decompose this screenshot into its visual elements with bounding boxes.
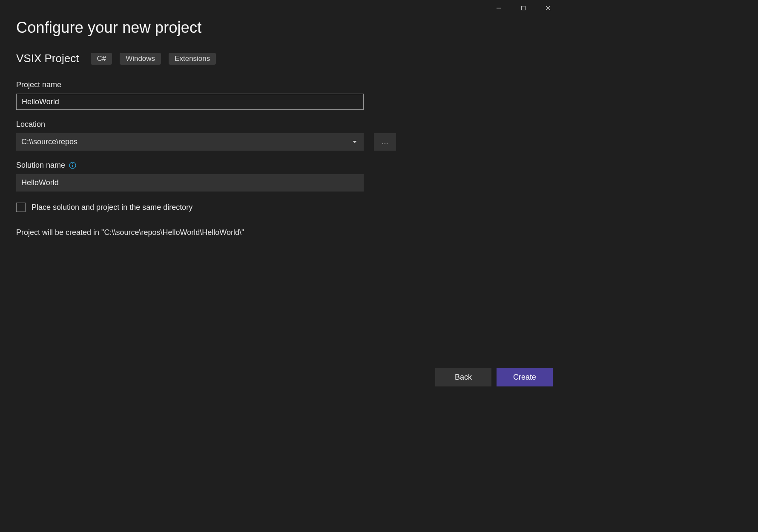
- titlebar: [0, 0, 560, 17]
- create-button[interactable]: Create: [497, 368, 553, 386]
- info-icon[interactable]: [69, 162, 76, 169]
- chevron-down-icon: [353, 141, 357, 143]
- location-group: Location C:\\source\repos ...: [16, 120, 544, 151]
- close-button[interactable]: [536, 0, 560, 16]
- template-tag: C#: [91, 53, 112, 65]
- project-path-summary: Project will be created in "C:\\source\r…: [16, 228, 544, 237]
- solution-name-input[interactable]: [16, 174, 364, 192]
- maximize-button[interactable]: [511, 0, 536, 16]
- browse-button[interactable]: ...: [374, 133, 396, 151]
- solution-name-label-text: Solution name: [16, 161, 65, 170]
- same-directory-checkbox[interactable]: [16, 203, 26, 212]
- back-button[interactable]: Back: [435, 368, 491, 386]
- dialog-window: Configure your new project VSIX Project …: [0, 0, 560, 392]
- template-name: VSIX Project: [16, 52, 79, 65]
- content-area: Configure your new project VSIX Project …: [0, 17, 560, 392]
- project-name-label: Project name: [16, 80, 544, 89]
- location-dropdown[interactable]: C:\\source\repos: [16, 133, 364, 151]
- same-directory-label: Place solution and project in the same d…: [32, 203, 192, 212]
- project-name-group: Project name: [16, 80, 544, 110]
- maximize-icon: [521, 6, 526, 11]
- location-label: Location: [16, 120, 544, 129]
- minimize-icon: [496, 6, 501, 11]
- template-header: VSIX Project C# Windows Extensions: [16, 52, 544, 65]
- minimize-button[interactable]: [486, 0, 511, 16]
- page-title: Configure your new project: [16, 19, 544, 37]
- close-icon: [546, 6, 551, 11]
- svg-rect-1: [522, 6, 525, 10]
- same-directory-row: Place solution and project in the same d…: [16, 203, 544, 212]
- svg-point-5: [72, 163, 73, 164]
- location-value: C:\\source\repos: [21, 137, 78, 146]
- template-tag: Windows: [120, 53, 161, 65]
- footer-buttons: Back Create: [435, 368, 553, 386]
- project-name-input[interactable]: [16, 94, 364, 110]
- solution-name-group: Solution name: [16, 161, 544, 192]
- template-tag: Extensions: [169, 53, 216, 65]
- svg-rect-6: [72, 165, 73, 167]
- solution-name-label: Solution name: [16, 161, 544, 170]
